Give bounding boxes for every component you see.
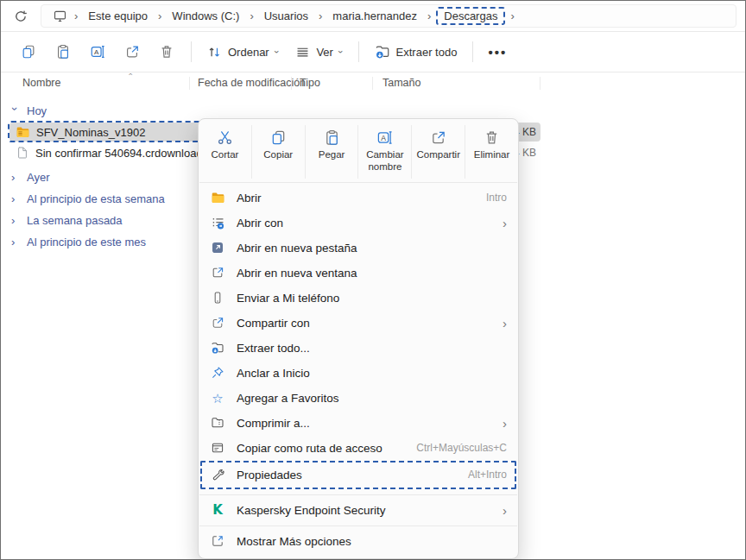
menu-item-label: Abrir en nueva pestaña: [237, 242, 507, 255]
open-with-icon: [210, 216, 225, 230]
scissors-icon: [217, 129, 233, 146]
menu-item-anclar-inicio[interactable]: Anclar a Inicio: [199, 361, 518, 386]
delete-button[interactable]: Eliminar: [465, 125, 518, 179]
menu-item-abrir-nueva-ventana[interactable]: Abrir en nueva ventana: [199, 261, 518, 286]
toolbar-divider: [191, 41, 192, 62]
refresh-button[interactable]: [8, 4, 34, 28]
chevron-right-icon: ›: [315, 9, 326, 22]
rename-label: Cambiar nombre: [360, 149, 409, 173]
menu-item-label: Mostrar Más opciones: [237, 535, 507, 548]
breadcrumb-item-usuarios[interactable]: Usuarios: [259, 8, 313, 24]
explorer-window: › Este equipo › Windows (C:) › Usuarios …: [0, 0, 746, 560]
file-icon: [16, 146, 29, 160]
more-options-button[interactable]: •••: [480, 37, 515, 66]
file-name: SFV_Nominas_v1902: [36, 126, 145, 139]
menu-item-shortcut: Ctrl+Mayúsculas+C: [416, 442, 507, 454]
phone-icon: [210, 291, 225, 305]
column-header-nombre[interactable]: Nombre: [22, 77, 60, 89]
menu-item-mostrar-mas-opciones[interactable]: Mostrar Más opciones: [199, 529, 518, 554]
view-label: Ver: [316, 46, 333, 59]
menu-item-label: Abrir en nueva ventana: [237, 267, 507, 280]
view-dropdown[interactable]: Ver ›: [287, 37, 351, 66]
extract-all-label: Extraer todo: [396, 46, 458, 59]
trash-icon: [159, 44, 174, 60]
group-label: Hoy: [27, 104, 47, 117]
breadcrumb-item-windows-c[interactable]: Windows (C:): [167, 8, 244, 24]
menu-item-label: Abrir: [237, 192, 475, 204]
menu-divider: [199, 182, 517, 183]
breadcrumb: › Este equipo › Windows (C:) › Usuarios …: [41, 4, 737, 28]
share-icon: [124, 44, 140, 60]
menu-item-compartir-con[interactable]: Compartir con ›: [199, 311, 518, 336]
paste-button[interactable]: Pegar: [306, 125, 359, 179]
column-header-row: › Nombre Fecha de modificación Tipo Tama…: [1, 72, 745, 94]
sort-ascending-icon: ›: [126, 73, 135, 76]
propiedades-annotation-box: Propiedades Alt+Intro: [200, 461, 516, 489]
menu-item-abrir-nueva-pestana[interactable]: Abrir en nueva pestaña: [199, 236, 518, 261]
breadcrumb-item-maria-hernandez[interactable]: maria.hernandez: [327, 8, 422, 24]
menu-item-comprimir-a[interactable]: Comprimir a... ›: [199, 411, 518, 436]
zip-folder-outline-icon: [210, 416, 225, 430]
show-more-icon: [210, 534, 225, 548]
kaspersky-icon: K: [210, 504, 225, 517]
menu-item-label: Extraer todo...: [237, 342, 507, 355]
column-header-fecha[interactable]: Fecha de modificación: [198, 77, 306, 89]
extract-all-button[interactable]: Extraer todo: [366, 37, 466, 66]
copy-button[interactable]: Copiar: [252, 125, 306, 179]
chevron-right-icon: ›: [71, 9, 81, 22]
copy-icon: [21, 44, 36, 60]
menu-item-label: Comprimir a...: [237, 417, 491, 430]
menu-item-enviar-telefono[interactable]: Enviar a Mi teléfono: [199, 286, 518, 311]
menu-divider: [199, 525, 517, 526]
menu-item-label: Kaspersky Endpoint Security: [237, 504, 491, 517]
menu-item-agregar-favoritos[interactable]: ☆ Agregar a Favoritos: [199, 386, 518, 411]
column-divider[interactable]: [189, 77, 190, 90]
rename-button[interactable]: A: [80, 37, 115, 66]
share-button[interactable]: [115, 37, 149, 66]
menu-item-shortcut: Alt+Intro: [468, 469, 507, 481]
view-list-icon: [295, 45, 310, 60]
column-divider[interactable]: [540, 77, 541, 90]
share-button[interactable]: Compartir: [412, 125, 465, 179]
cut-button[interactable]: Cortar: [199, 125, 252, 179]
refresh-icon: [14, 9, 28, 23]
delete-button[interactable]: [149, 37, 184, 66]
rename-button[interactable]: A Cambiar nombre: [358, 125, 412, 179]
new-window-icon: [210, 266, 225, 280]
breadcrumb-item-este-equipo[interactable]: Este equipo: [83, 8, 153, 24]
submenu-chevron-icon: ›: [503, 504, 507, 517]
chevron-down-icon: ›: [336, 50, 346, 53]
submenu-chevron-icon: ›: [503, 317, 507, 330]
toolbar-divider: [358, 41, 359, 62]
menu-item-extraer-todo[interactable]: Extraer todo...: [199, 336, 518, 361]
chevron-right-icon: ›: [507, 9, 517, 22]
column-divider[interactable]: [372, 77, 373, 90]
menu-item-propiedades[interactable]: Propiedades Alt+Intro: [202, 462, 515, 488]
chevron-down-icon: ›: [272, 50, 282, 53]
paste-button[interactable]: [46, 37, 80, 66]
menu-item-abrir[interactable]: Abrir Intro: [199, 186, 518, 211]
menu-item-label: Agregar a Favoritos: [237, 392, 507, 405]
sort-dropdown[interactable]: Ordenar ›: [199, 37, 287, 66]
column-divider[interactable]: [291, 77, 292, 90]
this-pc-button[interactable]: [50, 7, 69, 26]
chevron-collapsed-icon: ›: [11, 192, 19, 205]
share-label: Compartir: [416, 149, 459, 161]
chevron-right-icon: ›: [424, 9, 434, 22]
menu-item-copiar-ruta[interactable]: Copiar como ruta de acceso Ctrl+Mayúscul…: [199, 436, 518, 461]
menu-divider: [199, 494, 517, 495]
column-header-tamano[interactable]: Tamaño: [382, 77, 420, 89]
wrench-icon: [210, 468, 225, 481]
menu-item-abrir-con[interactable]: Abrir con ›: [199, 211, 518, 236]
svg-text:A: A: [94, 48, 99, 56]
menu-item-label: Compartir con: [237, 317, 491, 330]
folder-icon: [210, 191, 225, 205]
group-label: La semana pasada: [27, 214, 123, 227]
menu-item-kaspersky[interactable]: K Kaspersky Endpoint Security ›: [199, 498, 518, 523]
new-tab-icon: [210, 241, 225, 255]
toolbar-divider: [472, 41, 473, 62]
copy-button[interactable]: [11, 37, 46, 66]
column-header-tipo[interactable]: Tipo: [300, 77, 320, 89]
trash-icon: [484, 129, 500, 146]
breadcrumb-item-descargas[interactable]: Descargas: [436, 7, 505, 25]
